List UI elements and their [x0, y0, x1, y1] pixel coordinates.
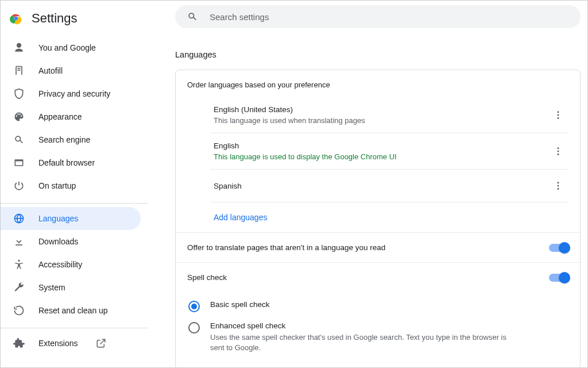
radio-sub: Uses the same spell checker that's used …	[210, 332, 514, 353]
search-input[interactable]	[210, 12, 569, 22]
radio-text: Enhanced spell check Uses the same spell…	[210, 321, 514, 353]
language-row: English This language is used to display…	[210, 133, 568, 170]
download-icon	[13, 236, 25, 247]
accessibility-icon	[13, 259, 25, 270]
svg-point-6	[558, 114, 559, 116]
translate-label: Offer to translate pages that aren't in …	[187, 243, 385, 252]
sidebar-item-appearance[interactable]: Appearance	[1, 105, 141, 128]
svg-point-8	[558, 147, 559, 149]
radio-text: Basic spell check	[210, 300, 270, 309]
language-info: Spanish	[214, 182, 242, 190]
sidebar-item-label: Autofill	[38, 66, 63, 75]
more-vert-icon	[553, 146, 563, 156]
radio-label: Enhanced spell check	[210, 321, 514, 330]
svg-point-13	[558, 188, 559, 190]
autofill-icon	[13, 65, 25, 76]
settings-title: Settings	[32, 11, 78, 26]
svg-point-5	[558, 111, 559, 113]
sidebar-item-privacy[interactable]: Privacy and security	[1, 82, 141, 105]
sidebar-item-label: Default browser	[38, 158, 95, 167]
globe-icon	[13, 213, 25, 224]
divider	[1, 203, 148, 204]
browser-icon	[13, 157, 25, 168]
svg-point-4	[18, 260, 20, 262]
power-icon	[13, 180, 25, 191]
svg-point-11	[558, 182, 559, 183]
chrome-logo-icon	[10, 12, 22, 25]
divider	[1, 328, 148, 328]
radio-label: Basic spell check	[210, 300, 270, 309]
language-list: English (United States) This language is…	[176, 97, 580, 202]
open-in-new-icon	[96, 338, 106, 348]
wrench-icon	[13, 282, 25, 293]
sidebar-item-label: Extensions	[38, 339, 78, 348]
sidebar-item-reset[interactable]: Reset and clean up	[1, 299, 141, 322]
sidebar-item-you-and-google[interactable]: You and Google	[1, 36, 141, 59]
order-section: Order languages based on your preference	[176, 70, 580, 97]
language-name: Spanish	[214, 182, 242, 190]
svg-point-7	[558, 117, 559, 119]
person-icon	[13, 42, 25, 53]
svg-point-10	[558, 154, 559, 155]
sidebar-item-label: Privacy and security	[38, 89, 110, 98]
more-vert-icon	[553, 181, 563, 191]
sidebar-item-downloads[interactable]: Downloads	[1, 230, 141, 253]
shield-icon	[13, 88, 25, 99]
app-root: Settings You and Google Autofill Privacy…	[1, 1, 587, 367]
sidebar-item-search-engine[interactable]: Search engine	[1, 128, 141, 151]
search-icon	[187, 11, 198, 22]
svg-point-9	[558, 151, 559, 152]
language-subtitle: This language is used to display the Goo…	[214, 152, 397, 161]
translate-row: Offer to translate pages that aren't in …	[176, 232, 580, 262]
language-info: English This language is used to display…	[214, 141, 397, 161]
radio-icon	[188, 301, 200, 312]
sidebar-item-system[interactable]: System	[1, 276, 141, 299]
sidebar-item-label: Search engine	[38, 135, 90, 144]
sidebar: Settings You and Google Autofill Privacy…	[1, 1, 148, 367]
main: Languages Order languages based on your …	[148, 1, 587, 367]
more-vert-icon	[553, 110, 563, 120]
sidebar-item-label: Accessibility	[38, 260, 82, 269]
sidebar-item-label: System	[38, 283, 65, 292]
sidebar-item-label: Appearance	[38, 112, 82, 121]
language-more-button[interactable]	[550, 178, 566, 194]
language-row: Spanish	[210, 170, 568, 202]
language-row: English (United States) This language is…	[210, 97, 568, 133]
search-icon	[13, 134, 25, 145]
restore-icon	[13, 305, 25, 316]
nav: You and Google Autofill Privacy and secu…	[1, 36, 148, 355]
spellcheck-options: Basic spell check Enhanced spell check U…	[176, 292, 580, 367]
sidebar-item-label: Reset and clean up	[38, 306, 108, 315]
search-settings[interactable]	[175, 5, 581, 28]
sidebar-item-on-startup[interactable]: On startup	[1, 174, 141, 197]
language-more-button[interactable]	[550, 143, 566, 159]
language-more-button[interactable]	[550, 107, 566, 123]
language-info: English (United States) This language is…	[214, 105, 365, 125]
languages-card: Order languages based on your preference…	[175, 70, 581, 367]
svg-point-12	[558, 185, 559, 187]
page-title: Languages	[175, 50, 581, 59]
spellcheck-option-basic[interactable]: Basic spell check	[187, 296, 568, 317]
language-subtitle: This language is used when translating p…	[214, 116, 365, 125]
translate-toggle[interactable]	[549, 244, 568, 252]
spellcheck-option-enhanced[interactable]: Enhanced spell check Uses the same spell…	[187, 317, 568, 358]
sidebar-item-autofill[interactable]: Autofill	[1, 59, 141, 82]
language-name: English (United States)	[214, 105, 365, 114]
palette-icon	[13, 111, 25, 122]
sidebar-item-extensions[interactable]: Extensions	[1, 332, 148, 355]
spellcheck-toggle[interactable]	[549, 274, 568, 282]
language-name: English	[214, 141, 397, 150]
add-languages-button[interactable]: Add languages	[176, 202, 580, 232]
sidebar-item-label: Downloads	[38, 237, 78, 246]
sidebar-item-label: Languages	[38, 214, 78, 223]
sidebar-item-default-browser[interactable]: Default browser	[1, 151, 141, 174]
radio-icon	[188, 322, 200, 334]
spellcheck-row: Spell check	[176, 262, 580, 292]
order-section-title: Order languages based on your preference	[187, 80, 568, 89]
brand: Settings	[1, 5, 148, 36]
sidebar-item-label: On startup	[38, 181, 76, 190]
sidebar-item-label: You and Google	[38, 43, 96, 52]
extension-icon	[13, 338, 25, 349]
sidebar-item-languages[interactable]: Languages	[1, 207, 141, 230]
sidebar-item-accessibility[interactable]: Accessibility	[1, 253, 141, 276]
